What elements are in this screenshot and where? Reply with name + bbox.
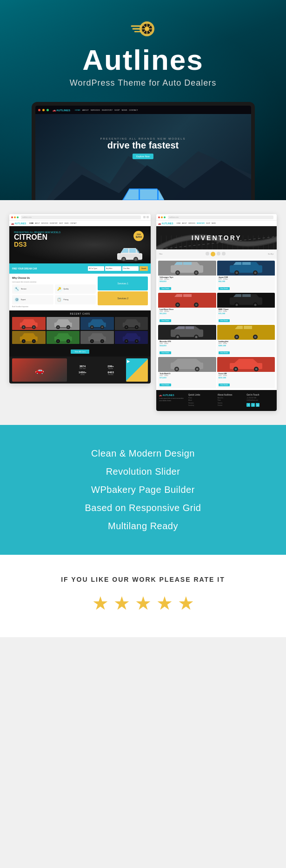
- right-preview-card: autlines.com 🚗 AUTLINES HOME ABOUT SERVI…: [156, 214, 277, 411]
- car-image: [158, 325, 216, 340]
- left-preview-why-section: Why Choose Us Lorem ipsum dolor sit amet…: [9, 274, 151, 310]
- svg-rect-117: [183, 294, 192, 297]
- svg-marker-108: [233, 262, 241, 265]
- macbook-screen: 🚗 AUTLINES HOME ABOUT SERVICES INVENTORY…: [32, 102, 255, 200]
- svg-marker-88: [125, 333, 139, 336]
- car-thumb: Range Rover$88,000: [47, 331, 80, 344]
- car-details: Volkswagen Tigre 20184500km $28,000 View…: [158, 276, 216, 292]
- left-preview-search-bar: FIND YOUR DREAM CAR All Car Types Any Ma…: [9, 263, 151, 274]
- svg-rect-133: [186, 326, 194, 329]
- svg-point-115: [195, 304, 198, 306]
- car-image: [158, 357, 216, 372]
- svg-point-137: [235, 336, 238, 338]
- rating-section: IF YOU LIKE OUR WORK PLEASE RATE IT ★ ★ …: [0, 555, 286, 637]
- car-card: BMW 7 Sport 2019500km $72,000 View Detai…: [217, 293, 275, 324]
- svg-rect-21: [140, 189, 157, 200]
- left-preview-nav: autlines.com: [9, 214, 151, 221]
- svg-point-99: [195, 272, 198, 274]
- svg-marker-82: [90, 333, 104, 336]
- svg-marker-36: [137, 249, 140, 253]
- left-preview-cars-row1: Ford Model$24,000 Audi Q8$32,000: [12, 317, 148, 330]
- svg-point-107: [254, 272, 256, 274]
- svg-point-105: [235, 272, 238, 274]
- car-card: Tesla Model S 2021100km $75,000 View Det…: [158, 357, 216, 388]
- svg-point-129: [177, 336, 179, 338]
- car-image: [217, 357, 275, 372]
- left-preview-recent-cars: RECENT CARS Ford Model$24,000: [9, 310, 151, 357]
- right-preview-nav2: 🚗 AUTLINES HOME ABOUT SERVICES INVENTORY…: [156, 221, 277, 226]
- svg-point-153: [255, 368, 257, 370]
- svg-marker-50: [56, 319, 70, 323]
- star-2: ★: [113, 592, 130, 614]
- svg-point-86: [101, 340, 103, 342]
- right-preview-filter-bar: Filter: Sort By ▾: [156, 249, 277, 259]
- svg-marker-76: [56, 333, 70, 336]
- svg-marker-116: [174, 294, 182, 297]
- svg-point-47: [33, 326, 35, 328]
- svg-rect-94: [171, 265, 203, 273]
- rating-label: IF YOU LIKE OUR WORK PLEASE RATE IT: [61, 576, 225, 583]
- svg-marker-70: [22, 333, 36, 336]
- right-preview-cars-grid: Volkswagen Tigre 20184500km $28,000 View…: [156, 259, 277, 390]
- svg-point-2: [145, 27, 149, 31]
- svg-rect-110: [171, 297, 203, 305]
- svg-rect-134: [230, 330, 262, 337]
- svg-point-61: [101, 326, 103, 328]
- svg-point-54: [67, 326, 69, 328]
- svg-point-80: [67, 340, 69, 342]
- left-preview-stats-bar: 🚗 3874 Cars Sold 299+ Awards 1450+ Clien…: [9, 357, 151, 384]
- laptop-nav-logo: 🚗 AUTLINES: [53, 108, 70, 112]
- svg-rect-102: [230, 265, 262, 273]
- left-preview-cars-row2: Lamborghini$250,000 Range Rover$88,000: [12, 331, 148, 344]
- svg-point-121: [235, 304, 238, 306]
- svg-rect-33: [118, 254, 141, 259]
- star-3: ★: [135, 592, 152, 614]
- svg-point-78: [57, 340, 59, 342]
- feature-item: ⚙️ Expert: [12, 295, 53, 304]
- left-preview-search-inputs: All Car Types Any Make Price Max Search: [39, 266, 148, 271]
- svg-rect-126: [171, 330, 203, 337]
- laptop-nav-links: HOME ABOUT SERVICES INVENTORY SHOP NEWS …: [75, 109, 138, 111]
- car-card: Land Rover Disco 20188900km $61,000 View…: [158, 293, 216, 324]
- svg-marker-124: [233, 294, 241, 297]
- stat-item: 6403 Reviews: [97, 371, 124, 376]
- stat-item: 3874 Cars Sold: [69, 365, 96, 370]
- svg-point-97: [177, 272, 179, 274]
- filter-dot-active: [211, 252, 215, 256]
- svg-marker-132: [174, 326, 185, 329]
- car-details: Lamborghini 2020300km $280,000 View Deta…: [217, 340, 275, 356]
- svg-point-66: [126, 326, 127, 328]
- star-1: ★: [92, 592, 109, 614]
- car-thumb: Lamborghini$250,000: [12, 331, 46, 344]
- car-details: Ferrari 488 2020100km $210,000 View Deta…: [217, 372, 275, 388]
- left-preview-features-grid: 🔧 Service 🔑 Quality ⚙️ Expert: [12, 284, 96, 304]
- svg-rect-109: [242, 262, 251, 265]
- car-thumb: Rolls Royce$320,000: [115, 331, 148, 344]
- svg-marker-149: [234, 359, 258, 363]
- svg-point-38: [122, 258, 125, 261]
- svg-point-131: [195, 336, 198, 338]
- hero-title: Autlines: [82, 46, 204, 74]
- car-image: [217, 293, 275, 308]
- laptop-hero-btn: Explore Now: [133, 154, 153, 159]
- car-thumb: Mercedes$55,000: [115, 317, 148, 330]
- laptop-screen-content: 🚗 AUTLINES HOME ABOUT SERVICES INVENTORY…: [35, 106, 251, 200]
- right-preview-nav: autlines.com: [156, 214, 277, 221]
- laptop-hero-big-text: drive the fastest: [100, 140, 186, 151]
- laptop-hero-text: PRESENTING ALL BRANDS NEW MODELS drive t…: [100, 137, 186, 159]
- right-preview-footer: 🚗 AUTLINES Lorem ipsum dolor sit amet co…: [156, 390, 277, 411]
- feature-line-4: Based on Responsive Grid: [85, 503, 201, 513]
- svg-point-92: [136, 340, 138, 342]
- svg-point-45: [23, 326, 25, 328]
- car-image: [158, 261, 216, 276]
- car-thumb: BMW Sports$45,000: [80, 317, 114, 330]
- filter-dot: [222, 252, 226, 256]
- star-5: ★: [178, 592, 194, 614]
- feature-line-1: Clean & Modern Design: [91, 448, 195, 459]
- stars-row: ★ ★ ★ ★ ★: [92, 592, 194, 614]
- feature-item: 📋 Pricing: [55, 295, 96, 304]
- hero-section: Autlines WordPress Theme for Auto Dealer…: [0, 0, 286, 200]
- svg-point-145: [176, 368, 178, 370]
- car-details: Land Rover Disco 20188900km $61,000 View…: [158, 308, 216, 324]
- car-details: Mercedes GTS 2020200km $58,000 View Deta…: [158, 340, 216, 356]
